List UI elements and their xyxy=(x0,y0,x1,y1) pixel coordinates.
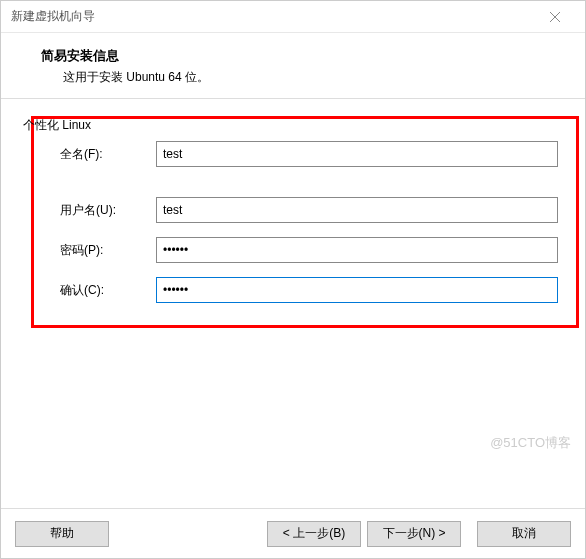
row-fullname: 全名(F): xyxy=(48,141,562,167)
input-fullname[interactable] xyxy=(156,141,558,167)
window-title: 新建虚拟机向导 xyxy=(11,8,535,25)
cancel-button[interactable]: 取消 xyxy=(477,521,571,547)
label-password: 密码(P): xyxy=(48,242,156,259)
form-highlight-box: 全名(F): 用户名(U): 密码(P): 确认(C): xyxy=(31,116,579,328)
close-icon[interactable] xyxy=(535,3,575,31)
input-confirm[interactable] xyxy=(156,277,558,303)
label-username: 用户名(U): xyxy=(48,202,156,219)
input-username[interactable] xyxy=(156,197,558,223)
new-vm-wizard-dialog: 新建虚拟机向导 简易安装信息 这用于安装 Ubuntu 64 位。 个性化 Li… xyxy=(0,0,586,559)
watermark: @51CTO博客 xyxy=(490,434,571,452)
wizard-content: 个性化 Linux 全名(F): 用户名(U): 密码(P): 确认(C): @… xyxy=(1,99,585,508)
help-button[interactable]: 帮助 xyxy=(15,521,109,547)
wizard-header: 简易安装信息 这用于安装 Ubuntu 64 位。 xyxy=(1,33,585,99)
back-button[interactable]: < 上一步(B) xyxy=(267,521,361,547)
next-button[interactable]: 下一步(N) > xyxy=(367,521,461,547)
wizard-footer: 帮助 < 上一步(B) 下一步(N) > 取消 xyxy=(1,508,585,558)
row-confirm: 确认(C): xyxy=(48,277,562,303)
input-password[interactable] xyxy=(156,237,558,263)
row-password: 密码(P): xyxy=(48,237,562,263)
header-subtitle: 这用于安装 Ubuntu 64 位。 xyxy=(63,69,563,86)
label-fullname: 全名(F): xyxy=(48,146,156,163)
titlebar: 新建虚拟机向导 xyxy=(1,1,585,33)
header-title: 简易安装信息 xyxy=(41,47,563,65)
label-confirm: 确认(C): xyxy=(48,282,156,299)
row-username: 用户名(U): xyxy=(48,197,562,223)
